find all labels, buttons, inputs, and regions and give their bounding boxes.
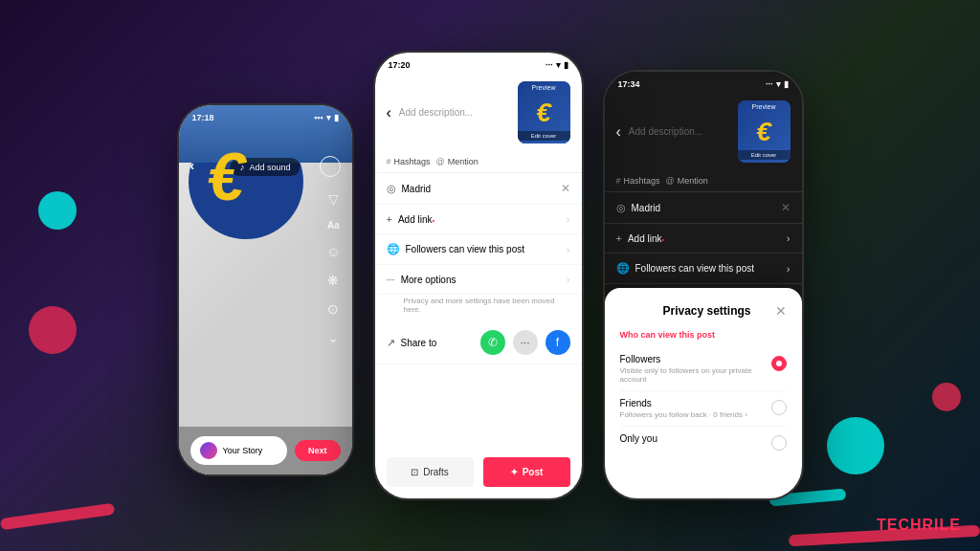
edit-cover-label-center[interactable]: Edit cover bbox=[518, 131, 570, 141]
followers-text-right: Followers can view this post bbox=[635, 263, 787, 274]
add-link-text-right: Add link• bbox=[628, 233, 787, 244]
only-you-info: Only you bbox=[620, 433, 764, 444]
phone-right: 17:34 ··· ▾ ▮ ‹ Add description... € Pre… bbox=[603, 70, 804, 500]
left-screen: 17:18 ▪▪▪ ▾ ▮ € ‹ ♪ Add sound bbox=[179, 105, 352, 474]
preview-thumbnail-right[interactable]: € Preview Edit cover bbox=[738, 100, 791, 163]
share-to-text: Share to bbox=[401, 338, 480, 348]
camera-switch-icon[interactable] bbox=[320, 156, 341, 177]
chevron-right-more: › bbox=[567, 274, 570, 285]
chevron-right-add-link: › bbox=[567, 213, 570, 225]
hashtag-tag-right[interactable]: # Hashtags bbox=[616, 176, 660, 186]
edit-cover-label-right[interactable]: Edit cover bbox=[738, 150, 791, 160]
text-icon[interactable]: Aa bbox=[326, 220, 340, 231]
modal-header: Privacy settings ✕ bbox=[620, 303, 787, 319]
effects-icon[interactable]: ❋ bbox=[326, 273, 340, 288]
preview-thumbnail-center[interactable]: € Preview Edit cover bbox=[518, 81, 570, 143]
location-clear-icon[interactable]: ✕ bbox=[561, 182, 570, 195]
add-link-row[interactable]: + Add link• › bbox=[375, 205, 582, 234]
add-sound-label: Add sound bbox=[249, 163, 290, 172]
center-status-icons: ··· ▾ ▮ bbox=[546, 60, 568, 70]
post-header-center: ‹ Add description... € Preview Edit cove… bbox=[375, 74, 582, 151]
modal-close-button[interactable]: ✕ bbox=[775, 303, 787, 319]
brand-accent: T bbox=[877, 517, 887, 533]
more-icon: ··· bbox=[387, 274, 395, 285]
tags-row-right: # Hashtags @ Mention bbox=[605, 170, 802, 192]
post-star-icon: ✦ bbox=[510, 467, 518, 477]
post-button[interactable]: ✦ Post bbox=[483, 457, 570, 487]
mention-tag-right[interactable]: @ Mention bbox=[666, 176, 708, 186]
signal-icon-right: ··· bbox=[766, 79, 773, 89]
back-arrow-right[interactable]: ‹ bbox=[616, 123, 621, 141]
friends-option-desc: Followers you follow back · 0 friends › bbox=[620, 410, 764, 419]
signal-icon-center: ··· bbox=[546, 60, 553, 70]
friends-radio[interactable] bbox=[771, 400, 787, 415]
at-icon-right: @ bbox=[666, 176, 675, 186]
add-link-row-right[interactable]: + Add link• › bbox=[605, 224, 802, 253]
privacy-option-friends[interactable]: Friends Followers you follow back · 0 fr… bbox=[620, 391, 787, 427]
facebook-icon[interactable]: f bbox=[546, 330, 570, 355]
privacy-modal: Privacy settings ✕ Who can view this pos… bbox=[605, 288, 802, 498]
whatsapp-icon[interactable]: ✆ bbox=[480, 330, 505, 355]
more-share-icon[interactable]: ··· bbox=[513, 330, 538, 355]
hashtag-tag[interactable]: # Hashtags bbox=[387, 157, 431, 166]
more-options-row[interactable]: ··· More options › bbox=[375, 265, 582, 295]
location-row-right[interactable]: ◎ Madrid ✕ bbox=[605, 192, 802, 224]
location-text-right: Madrid bbox=[632, 203, 781, 213]
phones-container: 17:18 ▪▪▪ ▾ ▮ € ‹ ♪ Add sound bbox=[0, 0, 980, 551]
more-options-text: More options bbox=[401, 275, 567, 285]
back-arrow-left[interactable]: ‹ bbox=[190, 158, 195, 173]
privacy-option-only-you[interactable]: Only you bbox=[620, 427, 787, 457]
sticker-icon[interactable]: ☺ bbox=[326, 244, 340, 259]
description-placeholder-right[interactable]: Add description... bbox=[629, 126, 738, 137]
at-icon: @ bbox=[436, 157, 445, 166]
filter-icon[interactable]: ▽ bbox=[326, 191, 340, 207]
bottom-bar-left: Your Story Next bbox=[179, 427, 352, 474]
preview-label-center: Preview bbox=[518, 84, 570, 91]
followers-radio-dot bbox=[776, 361, 782, 366]
followers-row-right[interactable]: 🌐 Followers can view this post › bbox=[605, 253, 802, 284]
phone-center: 17:20 ··· ▾ ▮ ‹ Add description... € Pre… bbox=[373, 51, 584, 500]
location-clear-icon-right[interactable]: ✕ bbox=[781, 201, 791, 214]
followers-radio[interactable] bbox=[771, 356, 787, 371]
timer-icon[interactable]: ⊙ bbox=[326, 301, 340, 317]
battery-icon: ▮ bbox=[334, 113, 339, 122]
story-avatar bbox=[200, 442, 217, 459]
bottom-actions-center: ⊡ Drafts ✦ Post bbox=[375, 457, 582, 487]
post-header-right: ‹ Add description... € Preview Edit cove… bbox=[605, 93, 802, 170]
followers-row[interactable]: 🌐 Followers can view this post › bbox=[375, 234, 582, 265]
privacy-modal-title: Privacy settings bbox=[639, 304, 775, 318]
your-story-button[interactable]: Your Story bbox=[190, 436, 287, 465]
back-arrow-center[interactable]: ‹ bbox=[387, 104, 391, 121]
share-row: ↗ Share to ✆ ··· f bbox=[375, 321, 582, 364]
right-screen: 17:34 ··· ▾ ▮ ‹ Add description... € Pre… bbox=[605, 72, 802, 498]
description-placeholder-center[interactable]: Add description... bbox=[399, 107, 518, 118]
hashtags-label-center: Hashtags bbox=[394, 157, 431, 166]
left-status-bar: 17:18 ▪▪▪ ▾ ▮ bbox=[179, 105, 352, 126]
hash-icon-right: # bbox=[616, 176, 621, 186]
chevron-down-icon[interactable]: ⌄ bbox=[326, 330, 340, 345]
location-row[interactable]: ◎ Madrid ✕ bbox=[375, 173, 582, 205]
friends-option-name: Friends bbox=[620, 398, 764, 408]
only-you-radio[interactable] bbox=[771, 435, 787, 451]
right-status-icons: ··· ▾ ▮ bbox=[766, 79, 789, 89]
globe-icon-right: 🌐 bbox=[616, 262, 630, 275]
location-icon-right: ◎ bbox=[616, 202, 626, 214]
mention-tag[interactable]: @ Mention bbox=[436, 157, 479, 166]
left-status-icons: ▪▪▪ ▾ ▮ bbox=[314, 113, 339, 122]
next-button[interactable]: Next bbox=[295, 440, 341, 461]
phone-left: 17:18 ▪▪▪ ▾ ▮ € ‹ ♪ Add sound bbox=[177, 103, 354, 476]
privacy-section-label: Who can view this post bbox=[620, 330, 787, 340]
settings-list-center: ◎ Madrid ✕ + Add link• › 🌐 Followers can… bbox=[375, 173, 582, 364]
wifi-icon-right: ▾ bbox=[776, 79, 781, 89]
add-link-text: Add link• bbox=[398, 214, 567, 225]
shield-letter: € bbox=[208, 143, 245, 210]
right-tools: ▽ Aa ☺ ❋ ⊙ ⌄ bbox=[326, 191, 340, 345]
add-icon: + bbox=[387, 213, 392, 225]
share-icon: ↗ bbox=[387, 337, 395, 349]
drafts-button[interactable]: ⊡ Drafts bbox=[387, 457, 474, 487]
location-icon: ◎ bbox=[387, 183, 396, 195]
privacy-option-followers[interactable]: Followers Visible only to followers on y… bbox=[620, 347, 787, 391]
only-you-option-name: Only you bbox=[620, 433, 764, 444]
share-icons: ✆ ··· f bbox=[480, 330, 570, 355]
battery-icon-center: ▮ bbox=[564, 60, 568, 70]
